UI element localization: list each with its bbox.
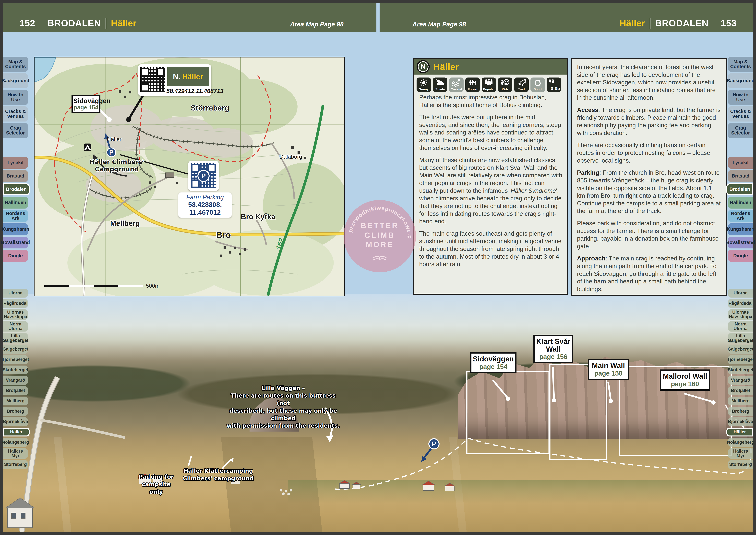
hay-bales (280, 489, 292, 495)
wall-page-ref: page 158 (590, 370, 627, 377)
sidebar-item-vrangaro[interactable]: Vrångarö (3, 376, 28, 385)
wall-label-mallorol[interactable]: Mallorol Wall page 160 (660, 370, 710, 391)
sidebar-item-haller-selected[interactable]: Häller (726, 428, 753, 436)
sidebar-item-skuteberget[interactable]: Skuteberget (728, 366, 753, 375)
sidebar-item-tjorneberget[interactable]: Tjörneberget (3, 355, 28, 364)
paragraph: Please park with consideration, and do n… (577, 219, 721, 250)
nhaller-qr-card[interactable]: N. Häller 58.429412,11.468713 (138, 64, 211, 96)
sidebar-item-broberg[interactable]: Broberg (3, 407, 28, 416)
access-details-text: In recent years, the clearance of forest… (572, 59, 726, 293)
sidebar-item-norra-ulorna[interactable]: Norra Ulorna (3, 321, 28, 331)
header-divider (650, 18, 650, 29)
guidebook-spread: P Sidoväggen page 154 (0, 0, 756, 535)
sidebar-item-tjorneberget[interactable]: Tjörneberget (728, 355, 753, 364)
sidebar-item-cracks-venues[interactable]: Cracks & Venues (728, 106, 753, 122)
sidebar-item-haller-selected[interactable]: Häller (3, 428, 30, 436)
sidebar-item-storreberg[interactable]: Störreberg (3, 460, 28, 469)
forest-icon: Forest (465, 77, 480, 92)
crag-panorama-photo: P Sidoväggen page 154 (3, 295, 753, 532)
sidebar-item-brodalen-selected[interactable]: Brodalen (726, 183, 753, 195)
panorama-overlay-graphics: P (3, 295, 753, 532)
nhaller-name-plate: N. Häller (167, 67, 209, 86)
sidebar-item-ulornas-havsklippa[interactable]: Ulornas Havsklippa (728, 309, 753, 320)
sidebar-item-dingle[interactable]: Dingle (728, 250, 753, 262)
approach-time-icon: 0:05 (547, 77, 561, 92)
sidebar-item-crag-selector[interactable]: Crag Selector (728, 123, 753, 138)
sidebar-item-bjorneklava[interactable]: Björneklåva (3, 417, 28, 426)
sidebar-item-dingle[interactable]: Dingle (3, 250, 28, 262)
farm-parking-qr-card[interactable]: P (188, 161, 219, 191)
header-area-name: BRODALEN (47, 18, 101, 28)
watermark-text: BETTER CLIMB MORE (344, 221, 416, 249)
sidebar-item-ulorna[interactable]: Ulorna (728, 289, 753, 297)
sidebar-item-ragardsdal[interactable]: Rågårdsdal (728, 299, 753, 308)
sidebar-item-hallinden[interactable]: Hallinden (728, 197, 753, 209)
header-left: 152 BRODALEN Häller Area Map Page 98 (3, 3, 377, 32)
sidebar-item-mellberg[interactable]: Mellberg (728, 397, 753, 406)
page-number-right: 153 (721, 18, 737, 28)
sidebar-item-background[interactable]: Background (728, 73, 753, 88)
qr-code-nhaller[interactable] (140, 67, 165, 92)
haller-farm-building (166, 173, 174, 178)
map-sidovaggen-ref[interactable]: Sidoväggen page 154 (72, 95, 101, 113)
sidebar-item-map-contents[interactable]: Map & Contents (728, 57, 753, 72)
sidebar-item-broberg[interactable]: Broberg (728, 407, 753, 416)
panorama-parking-icon: P (421, 439, 439, 462)
approach-path-dashed (335, 403, 751, 489)
sidebar-item-how-to-use[interactable]: How to Use (728, 90, 753, 105)
wall-page-ref: page 156 (536, 353, 571, 360)
sidebar-item-lilla-galgeberget[interactable]: Lilla Galgeberget (728, 333, 753, 343)
coastal-icon: Coastal (449, 77, 464, 92)
map-label-haller: Häller (107, 136, 121, 142)
wall-label-klart-svar[interactable]: Klart Svår Wall page 156 (533, 335, 573, 363)
sidebar-item-brofjallet[interactable]: Brofjället (3, 386, 28, 395)
sidebar-item-storreberg[interactable]: Störreberg (728, 460, 753, 469)
sidebar-item-nordens-ark[interactable]: Nordens Ark (728, 210, 753, 222)
sidebar-item-map-contents[interactable]: Map & Contents (3, 57, 28, 72)
sidebar-item-hallers-myr[interactable]: Hällers Myr (3, 448, 28, 459)
sidebar-item-bjorneklava[interactable]: Björneklåva (728, 417, 753, 426)
sidebar-item-kungshamn[interactable]: Kungshamn (3, 223, 28, 235)
sidebar-item-cracks-venues[interactable]: Cracks & Venues (3, 106, 28, 122)
sidebar-right: Map & Contents Background How to Use Cra… (728, 57, 753, 469)
sidebar-item-brofjallet[interactable]: Brofjället (728, 386, 753, 395)
attribute-icon-row: Sunny Shade Coastal Forest Popular Kids (416, 77, 565, 92)
sidebar-item-ragardsdal[interactable]: Rågårdsdal (3, 299, 28, 308)
publisher-watermark: przewodnikiwspinaczkowe.pl BETTER CLIMB … (344, 200, 416, 272)
sidebar-item-vrangaro[interactable]: Vrångarö (728, 376, 753, 385)
sidebar-item-skuteberget[interactable]: Skuteberget (3, 366, 28, 375)
sidebar-item-kungshamn[interactable]: Kungshamn (728, 223, 753, 235)
sidebar-item-ulornas-havsklippa[interactable]: Ulornas Havsklippa (3, 309, 28, 320)
sidebar-item-bovallstrand[interactable]: Bovallstrand (3, 237, 28, 248)
sidebar-item-lysekil[interactable]: Lysekil (3, 157, 28, 169)
sidebar-item-nolangeberg[interactable]: Nolängeberg (728, 438, 753, 447)
sidebar-item-bovallstrand[interactable]: Bovallstrand (728, 237, 753, 248)
sidebar-item-crag-selector[interactable]: Crag Selector (3, 123, 28, 138)
sidebar-item-lysekil[interactable]: Lysekil (728, 157, 753, 169)
sidebar-item-brodalen-selected[interactable]: Brodalen (3, 183, 30, 195)
sidebar-item-nordens-ark[interactable]: Nordens Ark (3, 210, 28, 222)
sidebar-item-mellberg[interactable]: Mellberg (3, 397, 28, 406)
header-area-name: BRODALEN (655, 18, 709, 28)
header-crag-name: Häller (620, 18, 645, 28)
sidebar-item-nolangeberg[interactable]: Nolängeberg (3, 438, 28, 447)
header-crag-name: Häller (111, 18, 136, 28)
sidebar-item-ulorna[interactable]: Ulorna (3, 289, 28, 297)
wall-label-sidovaggen[interactable]: Sidoväggen page 154 (470, 352, 517, 374)
sidebar-item-galgeberget[interactable]: Galgeberget (728, 345, 753, 354)
lilla-vaggen-note: Lilla Väggen – There are routes on this … (225, 384, 342, 430)
qr-code-farm-parking[interactable]: P (191, 163, 216, 188)
sidebar-item-brastad[interactable]: Brastad (728, 170, 753, 182)
sidebar-item-galgeberget[interactable]: Galgeberget (3, 345, 28, 354)
sidebar-item-background[interactable]: Background (3, 73, 28, 88)
wall-label-main-wall[interactable]: Main Wall page 158 (588, 359, 629, 380)
sidebar-item-hallers-myr[interactable]: Hällers Myr (728, 448, 753, 459)
sidebar-item-norra-ulorna[interactable]: Norra Ulorna (728, 321, 753, 331)
wall-page-ref: page 154 (472, 363, 514, 371)
sidebar-item-lilla-galgeberget[interactable]: Lilla Galgeberget (3, 333, 28, 343)
paragraph-access: Access: The crag is on private land, but… (577, 106, 721, 137)
sidebar-item-brastad[interactable]: Brastad (3, 170, 28, 182)
map-label-dalaborg: Dalaborg (280, 154, 302, 160)
sidebar-item-how-to-use[interactable]: How to Use (3, 90, 28, 105)
sidebar-item-hallinden[interactable]: Hallinden (3, 197, 28, 209)
